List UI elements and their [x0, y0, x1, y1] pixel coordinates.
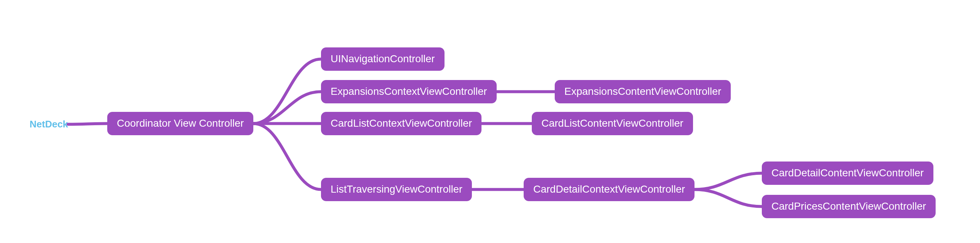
node-cardprices-content-view-controller: CardPricesContentViewController [762, 195, 935, 218]
node-carddetail-content-view-controller: CardDetailContentViewController [762, 161, 934, 185]
node-cardlist-content-view-controller: CardListContentViewController [532, 112, 693, 135]
root-label: NetDeck [30, 118, 68, 130]
node-carddetail-context-view-controller: CardDetailContextViewController [523, 178, 695, 201]
node-cardlist-context-view-controller: CardListContextViewController [321, 112, 482, 135]
node-uinavigationcontroller: UINavigationController [321, 47, 444, 71]
node-coordinator-view-controller: Coordinator View Controller [107, 112, 253, 135]
node-expansions-content-view-controller: ExpansionsContentViewController [555, 80, 731, 103]
node-expansions-context-view-controller: ExpansionsContextViewController [321, 80, 496, 103]
node-list-traversing-view-controller: ListTraversingViewController [321, 178, 472, 201]
